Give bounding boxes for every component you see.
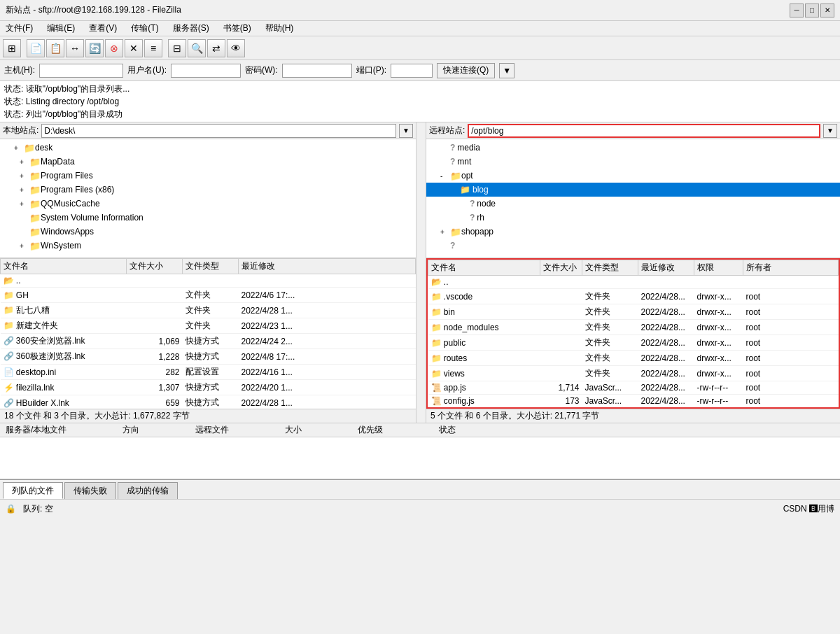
remote-tree-opt[interactable]: - 📁 opt (426, 169, 840, 183)
remote-col-modified[interactable]: 最近修改 (638, 260, 694, 276)
remote-tree-rh[interactable]: ? rh (426, 211, 840, 225)
menu-edit[interactable]: 编辑(E) (44, 21, 78, 36)
pass-input[interactable] (282, 64, 352, 78)
menu-server[interactable]: 服务器(S) (170, 21, 212, 36)
local-file-row[interactable]: 🔗 360安全浏览器.lnk 1,069 快捷方式 2022/4/24 2... (1, 334, 416, 349)
local-col-type[interactable]: 文件类型 (183, 259, 239, 274)
local-file-row[interactable]: 📁 新建文件夹 文件夹 2022/4/23 1... (1, 318, 416, 334)
remote-file-owner: root (743, 335, 839, 351)
toolbar-siteman[interactable]: ⊞ (3, 39, 21, 57)
local-tree-item-wnsystem[interactable]: + 📁 WnSystem (0, 239, 416, 253)
connect-button[interactable]: 快速连接(Q) (437, 63, 495, 78)
toolbar-disconnect[interactable]: ✕ (125, 39, 143, 57)
menu-bookmarks[interactable]: 书签(B) (220, 21, 254, 36)
port-input[interactable] (391, 64, 433, 78)
local-tree-item-windowsapps[interactable]: 📁 WindowsApps (0, 225, 416, 239)
local-tree-item-programfiles[interactable]: + 📁 Program Files (0, 169, 416, 183)
local-file-row[interactable]: 📄 desktop.ini 282 配置设置 2022/4/16 1... (1, 365, 416, 380)
remote-file-row[interactable]: 📜 config.js 173 JavaScr... 2022/4/28... … (428, 395, 839, 408)
toolbar-btn3[interactable]: ↔ (66, 39, 84, 57)
remote-file-row[interactable]: 📁 .vscode 文件夹 2022/4/28... drwxr-x... ro… (428, 289, 839, 304)
user-input[interactable] (171, 64, 241, 78)
close-button[interactable]: ✕ (820, 3, 834, 17)
remote-file-row[interactable]: 📁 bin 文件夹 2022/4/28... drwxr-x... root (428, 304, 839, 320)
remote-tree-unknown[interactable]: ? (426, 239, 840, 253)
local-tree-item-qqmusiccache[interactable]: + 📁 QQMusicCache (0, 197, 416, 211)
local-file-row[interactable]: 🔗 360极速浏览器.lnk 1,228 快捷方式 2022/4/8 17:..… (1, 349, 416, 365)
remote-file-modified: 2022/4/28... (638, 335, 694, 351)
remote-tree-mnt[interactable]: ? mnt (426, 155, 840, 169)
toolbar-stop[interactable]: ⊗ (105, 39, 123, 57)
toolbar-btn6[interactable]: ≡ (144, 39, 162, 57)
remote-col-perms[interactable]: 权限 (694, 260, 743, 276)
remote-file-owner: root (743, 320, 839, 335)
minimize-button[interactable]: ─ (790, 3, 804, 17)
remote-path-input[interactable] (468, 124, 820, 138)
local-file-size: 659 (127, 395, 183, 409)
remote-file-row[interactable]: 📁 views 文件夹 2022/4/28... drwxr-x... root (428, 366, 839, 381)
remote-tree-node[interactable]: ? node (426, 197, 840, 211)
local-file-row[interactable]: 📂 .. (1, 274, 416, 288)
menu-help[interactable]: 帮助(H) (262, 21, 297, 36)
remote-file-owner: root (743, 381, 839, 395)
local-file-type: 文件夹 (183, 288, 239, 303)
local-tree-item-programfilesx86[interactable]: + 📁 Program Files (x86) (0, 183, 416, 197)
remote-file-size (540, 289, 582, 304)
pass-label: 密码(W): (245, 64, 278, 76)
toolbar-compare[interactable]: 👁 (227, 39, 245, 57)
remote-tree-media[interactable]: ? media (426, 141, 840, 155)
local-file-size (127, 274, 183, 288)
remote-file-modified (638, 276, 694, 289)
local-tree-item-sysvolinfo[interactable]: 📁 System Volume Information (0, 211, 416, 225)
remote-col-type[interactable]: 文件类型 (582, 260, 638, 276)
maximize-button[interactable]: □ (805, 3, 819, 17)
remote-col-size[interactable]: 文件大小 (540, 260, 582, 276)
toolbar-filter[interactable]: ⊟ (168, 39, 186, 57)
toolbar-btn2[interactable]: 📋 (46, 39, 64, 57)
remote-file-modified: 2022/4/28... (638, 395, 694, 408)
local-file-modified: 2022/4/8 17:... (239, 349, 416, 365)
menu-file[interactable]: 文件(F) (3, 21, 36, 36)
local-file-row[interactable]: ⚡ filezilla.lnk 1,307 快捷方式 2022/4/20 1..… (1, 380, 416, 395)
toolbar-sync[interactable]: ⇄ (207, 39, 225, 57)
local-file-row[interactable]: 🔗 HBuilder X.lnk 659 快捷方式 2022/4/28 1... (1, 395, 416, 409)
local-col-size[interactable]: 文件大小 (127, 259, 183, 274)
remote-tree-blog[interactable]: 📁 blog (426, 183, 840, 197)
folder-icon-selected: 📁 (460, 185, 470, 195)
status-line1: 状态: 读取"/opt/blog"的目录列表... (4, 83, 836, 95)
tab-queued[interactable]: 列队的文件 (3, 482, 63, 499)
connect-dropdown[interactable]: ▼ (499, 63, 514, 78)
remote-file-row[interactable]: 📁 node_modules 文件夹 2022/4/28... drwxr-x.… (428, 320, 839, 335)
local-file-row[interactable]: 📁 GH 文件夹 2022/4/6 17:... (1, 288, 416, 303)
tab-success[interactable]: 成功的传输 (118, 482, 178, 499)
remote-file-perms: drwxr-x... (694, 304, 743, 320)
local-file-row[interactable]: 📁 乱七八糟 文件夹 2022/4/28 1... (1, 303, 416, 318)
local-path-dropdown[interactable]: ▼ (399, 124, 413, 138)
remote-file-name: 📁 node_modules (428, 320, 540, 335)
remote-col-name[interactable]: 文件名 (428, 260, 540, 276)
menu-view[interactable]: 查看(V) (86, 21, 120, 36)
local-tree-item-desk[interactable]: + 📁 desk (0, 141, 416, 155)
toolbar-refresh[interactable]: 🔄 (85, 39, 104, 57)
tab-failed[interactable]: 传输失败 (64, 482, 116, 499)
remote-file-row[interactable]: 📜 app.js 1,714 JavaScr... 2022/4/28... -… (428, 381, 839, 395)
menu-transfer[interactable]: 传输(T) (128, 21, 161, 36)
local-tree-item-mapdata[interactable]: + 📁 MapData (0, 155, 416, 169)
remote-file-owner: root (743, 304, 839, 320)
remote-tree-shopapp[interactable]: + 📁 shopapp (426, 225, 840, 239)
host-input[interactable] (39, 64, 123, 78)
remote-file-table: 文件名 文件大小 文件类型 最近修改 权限 所有者 📂 .. 📁 .vscode… (428, 260, 839, 409)
local-path-input[interactable] (41, 124, 396, 138)
local-file-size: 1,307 (127, 380, 183, 395)
remote-col-owner[interactable]: 所有者 (743, 260, 839, 276)
remote-file-row[interactable]: 📁 public 文件夹 2022/4/28... drwxr-x... roo… (428, 335, 839, 351)
remote-file-row[interactable]: 📂 .. (428, 276, 839, 289)
toolbar-btn1[interactable]: 📄 (27, 39, 45, 57)
local-col-name[interactable]: 文件名 (1, 259, 127, 274)
folder-icon: 📁 (450, 227, 461, 237)
remote-file-row[interactable]: 📁 routes 文件夹 2022/4/28... drwxr-x... roo… (428, 351, 839, 366)
toolbar-search[interactable]: 🔍 (188, 39, 206, 57)
local-col-modified[interactable]: 最近修改 (239, 259, 416, 274)
remote-path-dropdown[interactable]: ▼ (823, 124, 837, 138)
remote-file-modified: 2022/4/28... (638, 304, 694, 320)
